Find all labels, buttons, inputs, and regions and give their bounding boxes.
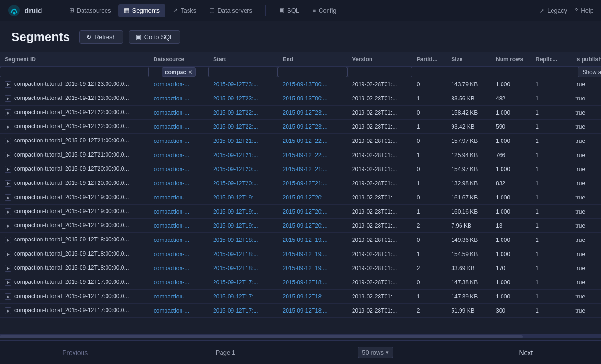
table-cell[interactable]: compaction-... xyxy=(149,205,208,219)
table-cell[interactable]: 2015-09-12T19:... xyxy=(278,247,347,261)
row-expand-button[interactable]: ▶ xyxy=(5,138,11,144)
nav-item-datasources[interactable]: ⊞ Datasources xyxy=(64,4,117,17)
cell-link[interactable]: compaction-... xyxy=(154,180,189,187)
table-cell[interactable]: compaction-... xyxy=(149,290,208,304)
cell-link[interactable]: compaction-... xyxy=(154,124,189,130)
cell-link[interactable]: 2015-09-12T18:... xyxy=(282,307,327,314)
row-expand-button[interactable]: ▶ xyxy=(5,251,11,257)
table-cell[interactable]: 2015-09-12T20:... xyxy=(208,162,278,176)
row-expand-button[interactable]: ▶ xyxy=(5,81,11,88)
cell-link[interactable]: compaction-... xyxy=(154,251,189,257)
col-header-replication[interactable]: Replic... xyxy=(531,52,570,67)
segment-id-filter-input[interactable] xyxy=(0,67,149,77)
table-cell[interactable]: compaction-... xyxy=(149,91,208,106)
table-cell[interactable]: 2015-09-12T20:... xyxy=(208,176,278,190)
col-header-version[interactable]: Version xyxy=(347,52,412,67)
table-cell[interactable]: 2015-09-12T18:... xyxy=(208,261,278,275)
cell-link[interactable]: 2015-09-12T23:... xyxy=(282,124,327,130)
nav-item-config[interactable]: ≡ Config xyxy=(307,4,342,17)
cell-link[interactable]: 2015-09-12T19:... xyxy=(282,237,327,243)
cell-link[interactable]: compaction-... xyxy=(154,293,189,300)
row-expand-button[interactable]: ▶ xyxy=(5,124,11,130)
cell-link[interactable]: 2015-09-12T17:... xyxy=(213,293,258,300)
row-expand-button[interactable]: ▶ xyxy=(5,208,11,215)
table-cell[interactable]: 2015-09-12T23:... xyxy=(278,106,347,120)
cell-link[interactable]: compaction-... xyxy=(154,109,189,116)
col-header-partition[interactable]: Partiti... xyxy=(412,52,447,67)
cell-link[interactable]: compaction-... xyxy=(154,152,189,158)
cell-link[interactable]: compaction-... xyxy=(154,265,189,272)
table-cell[interactable]: compaction-... xyxy=(149,148,208,162)
nav-item-data-servers[interactable]: ▢ Data servers xyxy=(204,4,258,17)
cell-link[interactable]: 2015-09-12T21:... xyxy=(213,138,258,144)
logo[interactable]: druid xyxy=(8,4,42,17)
row-expand-button[interactable]: ▶ xyxy=(5,152,11,158)
nav-item-tasks[interactable]: ↗ Tasks xyxy=(167,4,202,17)
nav-item-sql[interactable]: ▣ SQL xyxy=(273,4,305,17)
cell-link[interactable]: 2015-09-12T19:... xyxy=(213,208,258,215)
goto-sql-button[interactable]: ▣ Go to SQL xyxy=(129,30,180,44)
table-cell[interactable]: 2015-09-12T20:... xyxy=(278,190,347,205)
cell-link[interactable]: 2015-09-12T18:... xyxy=(213,237,258,243)
cell-link[interactable]: 2015-09-12T18:... xyxy=(282,279,327,286)
table-cell[interactable]: compaction-... xyxy=(149,162,208,176)
col-header-start[interactable]: Start xyxy=(208,52,278,67)
cell-link[interactable]: compaction-... xyxy=(154,194,189,201)
col-header-segment-id[interactable]: Segment ID xyxy=(0,52,149,67)
cell-link[interactable]: 2015-09-12T21:... xyxy=(282,166,327,173)
table-cell[interactable]: 2015-09-12T17:... xyxy=(208,275,278,290)
row-expand-button[interactable]: ▶ xyxy=(5,180,11,187)
row-expand-button[interactable]: ▶ xyxy=(5,307,11,314)
cell-link[interactable]: 2015-09-12T19:... xyxy=(282,265,327,272)
row-expand-button[interactable]: ▶ xyxy=(5,223,11,229)
scrollbar-thumb[interactable] xyxy=(0,335,523,338)
table-cell[interactable]: 2015-09-12T21:... xyxy=(208,148,278,162)
table-cell[interactable]: 2015-09-12T17:... xyxy=(208,290,278,304)
cell-link[interactable]: 2015-09-12T22:... xyxy=(213,109,258,116)
cell-link[interactable]: 2015-09-12T23:... xyxy=(213,95,258,102)
cell-link[interactable]: 2015-09-12T17:... xyxy=(213,279,258,286)
cell-link[interactable]: 2015-09-12T20:... xyxy=(282,223,327,229)
table-cell[interactable]: 2015-09-12T18:... xyxy=(208,233,278,247)
cell-link[interactable]: 2015-09-12T20:... xyxy=(282,208,327,215)
table-cell[interactable]: compaction-... xyxy=(149,120,208,134)
cell-link[interactable]: compaction-... xyxy=(154,223,189,229)
table-cell[interactable]: 2015-09-12T22:... xyxy=(208,106,278,120)
cell-link[interactable]: 2015-09-12T20:... xyxy=(282,194,327,201)
nav-item-segments[interactable]: ▦ Segments xyxy=(118,4,165,17)
cell-link[interactable]: 2015-09-12T18:... xyxy=(213,265,258,272)
horizontal-scrollbar[interactable] xyxy=(0,334,601,338)
cell-link[interactable]: 2015-09-12T23:... xyxy=(213,81,258,88)
cell-link[interactable]: 2015-09-13T00:... xyxy=(282,95,327,102)
cell-link[interactable]: 2015-09-12T19:... xyxy=(213,223,258,229)
col-header-datasource[interactable]: Datasource xyxy=(149,52,208,67)
cell-link[interactable]: 2015-09-12T23:... xyxy=(282,109,327,116)
rows-per-page-selector[interactable]: 50 rows ▾ xyxy=(358,347,393,358)
cell-link[interactable]: compaction-... xyxy=(154,138,189,144)
table-cell[interactable]: 2015-09-12T18:... xyxy=(278,304,347,318)
next-button[interactable]: Next xyxy=(451,341,601,364)
table-cell[interactable]: 2015-09-12T19:... xyxy=(208,205,278,219)
show-all-published-button[interactable]: Show all ▾ xyxy=(578,67,601,77)
cell-link[interactable]: compaction-... xyxy=(154,208,189,215)
table-cell[interactable]: 2015-09-12T17:... xyxy=(208,304,278,318)
table-cell[interactable]: 2015-09-12T21:... xyxy=(278,176,347,190)
table-cell[interactable]: 2015-09-12T18:... xyxy=(208,247,278,261)
cell-link[interactable]: 2015-09-13T00:... xyxy=(282,81,327,88)
cell-link[interactable]: 2015-09-12T21:... xyxy=(282,180,327,187)
table-cell[interactable]: compaction-... xyxy=(149,190,208,205)
cell-link[interactable]: 2015-09-12T22:... xyxy=(282,152,327,158)
cell-link[interactable]: 2015-09-12T17:... xyxy=(213,307,258,314)
nav-help[interactable]: ? Help xyxy=(575,7,593,14)
cell-link[interactable]: compaction-... xyxy=(154,81,189,88)
table-cell[interactable]: 2015-09-12T22:... xyxy=(278,148,347,162)
start-filter-input[interactable] xyxy=(208,67,278,77)
table-cell[interactable]: 2015-09-12T21:... xyxy=(278,162,347,176)
table-cell[interactable]: 2015-09-12T23:... xyxy=(208,77,278,91)
row-expand-button[interactable]: ▶ xyxy=(5,293,11,300)
table-cell[interactable]: compaction-... xyxy=(149,106,208,120)
table-cell[interactable]: compaction-... xyxy=(149,233,208,247)
cell-link[interactable]: compaction-... xyxy=(154,307,189,314)
table-cell[interactable]: compaction-... xyxy=(149,219,208,233)
col-header-numrows[interactable]: Num rows xyxy=(491,52,531,67)
